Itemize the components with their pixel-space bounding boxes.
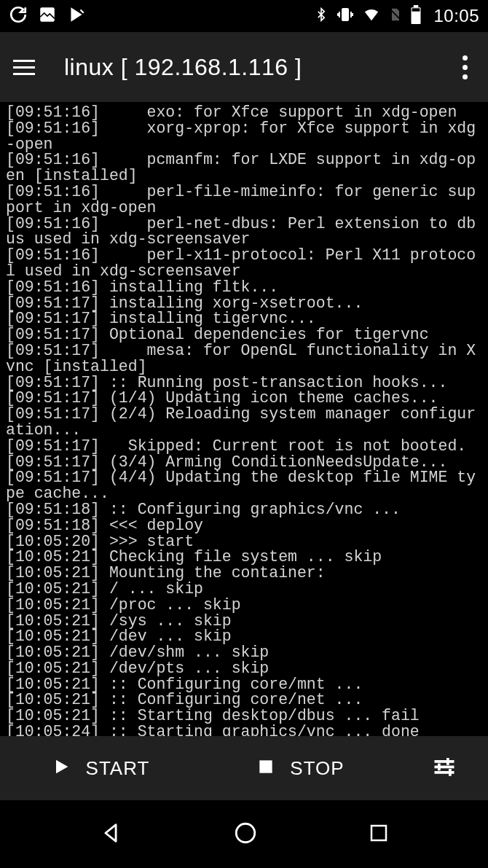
svg-rect-3: [414, 5, 419, 7]
no-sim-icon: [388, 6, 403, 26]
svg-rect-4: [412, 8, 420, 11]
app-bar: linux [ 192.168.1.116 ]: [0, 32, 488, 102]
terminal-output[interactable]: [09:51:16] exo: for Xfce support in xdg-…: [0, 102, 488, 736]
status-clock: 10:05: [433, 6, 479, 26]
stop-label: STOP: [290, 757, 344, 780]
tune-icon: [431, 754, 457, 783]
status-bar: 10:05: [0, 0, 488, 32]
start-button[interactable]: START: [0, 736, 200, 800]
navigation-bar: [0, 800, 488, 868]
svg-rect-1: [342, 9, 348, 20]
svg-rect-9: [446, 758, 449, 765]
svg-point-12: [236, 824, 255, 842]
start-label: START: [86, 757, 150, 780]
photos-app-icon: [38, 5, 57, 27]
svg-rect-5: [260, 760, 272, 773]
nav-recent-icon[interactable]: [368, 822, 390, 847]
svg-rect-10: [438, 764, 441, 771]
bluetooth-icon: [314, 6, 328, 26]
app-title: linux [ 192.168.1.116 ]: [64, 54, 455, 81]
svg-rect-6: [435, 760, 454, 763]
nav-home-icon[interactable]: [233, 821, 258, 848]
play-app-icon: [67, 5, 86, 27]
svg-rect-7: [435, 766, 454, 769]
svg-rect-11: [449, 769, 452, 776]
wifi-icon: [362, 7, 381, 26]
battery-icon: [410, 5, 422, 27]
vibrate-icon: [336, 6, 355, 26]
google-app-icon: [9, 5, 28, 27]
play-icon: [51, 756, 71, 780]
svg-rect-13: [371, 826, 386, 840]
nav-back-icon[interactable]: [98, 821, 123, 848]
settings-button[interactable]: [401, 736, 488, 800]
overflow-menu-icon[interactable]: [455, 48, 475, 87]
bottom-bar: START STOP: [0, 736, 488, 800]
menu-icon[interactable]: [13, 60, 35, 75]
stop-icon: [256, 757, 275, 779]
stop-button[interactable]: STOP: [200, 736, 401, 800]
